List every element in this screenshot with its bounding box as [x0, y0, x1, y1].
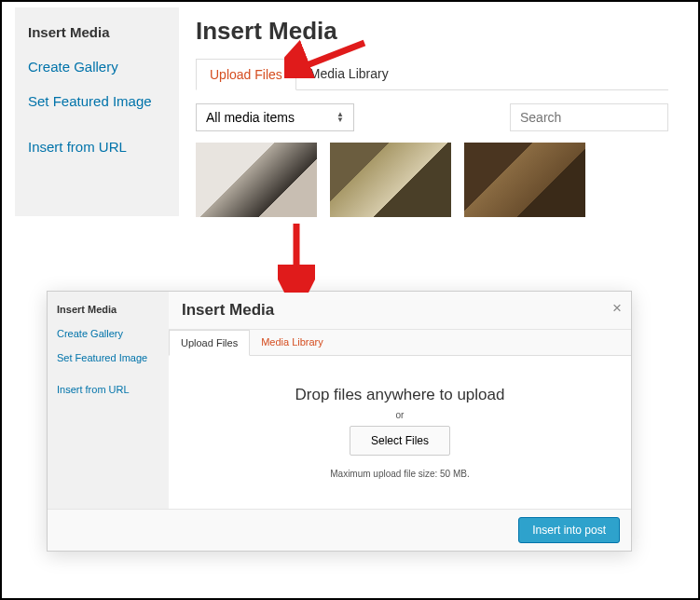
annotation-arrow-icon	[284, 37, 368, 78]
media-filter-select[interactable]: All media items ▲▼	[196, 103, 354, 131]
modal-footer: Insert into post	[48, 509, 631, 551]
svg-line-1	[297, 43, 364, 69]
upload-max-size-text: Maximum upload file size: 50 MB.	[330, 469, 470, 479]
modal-tabs: Upload Files Media Library	[169, 330, 631, 356]
select-value: All media items	[206, 110, 295, 125]
dropzone-or-text: or	[396, 410, 405, 420]
dropzone-title: Drop files anywhere to upload	[295, 386, 505, 404]
sidebar-item-set-featured[interactable]: Set Featured Image	[15, 84, 179, 118]
tab-media-library[interactable]: Media Library	[250, 330, 335, 355]
sidebar-item-insert-url[interactable]: Insert from URL	[48, 377, 169, 402]
media-thumbnails	[196, 143, 668, 217]
media-thumbnail[interactable]	[196, 143, 317, 217]
tab-upload-files[interactable]: Upload Files	[196, 59, 296, 90]
modal-sidebar: Insert Media Create Gallery Set Featured…	[48, 292, 169, 509]
upload-dropzone[interactable]: Drop files anywhere to upload or Select …	[169, 356, 631, 509]
sidebar-item-set-featured[interactable]: Set Featured Image	[48, 346, 169, 370]
search-input[interactable]	[510, 103, 668, 131]
annotation-arrow-icon	[278, 220, 315, 293]
library-toolbar: All media items ▲▼	[196, 90, 668, 143]
sidebar-item-insert-url[interactable]: Insert from URL	[15, 130, 179, 164]
sidebar-item-create-gallery[interactable]: Create Gallery	[15, 49, 179, 84]
sidebar-heading[interactable]: Insert Media	[48, 297, 169, 321]
modal-title: Insert Media	[196, 7, 668, 59]
modal-title: Insert Media	[182, 301, 618, 320]
tab-upload-files[interactable]: Upload Files	[169, 330, 250, 356]
modal-sidebar: Insert Media Create Gallery Set Featured…	[15, 7, 179, 216]
sidebar-item-create-gallery[interactable]: Create Gallery	[48, 321, 169, 346]
media-thumbnail[interactable]	[330, 143, 451, 217]
insert-into-post-button[interactable]: Insert into post	[518, 517, 620, 543]
modal-main: Insert Media × Upload Files Media Librar…	[169, 292, 631, 509]
sidebar-heading[interactable]: Insert Media	[15, 15, 179, 49]
close-button[interactable]: ×	[612, 299, 622, 318]
modal-tabs: Upload Files Media Library	[196, 59, 668, 90]
select-files-button[interactable]: Select Files	[350, 426, 450, 456]
modal-header: Insert Media ×	[169, 292, 631, 330]
media-thumbnail[interactable]	[464, 143, 585, 217]
modal-main: Insert Media Upload Files Media Library …	[179, 7, 685, 216]
select-stepper-icon: ▲▼	[336, 112, 344, 123]
media-modal-upload-view: Insert Media Create Gallery Set Featured…	[47, 291, 632, 552]
